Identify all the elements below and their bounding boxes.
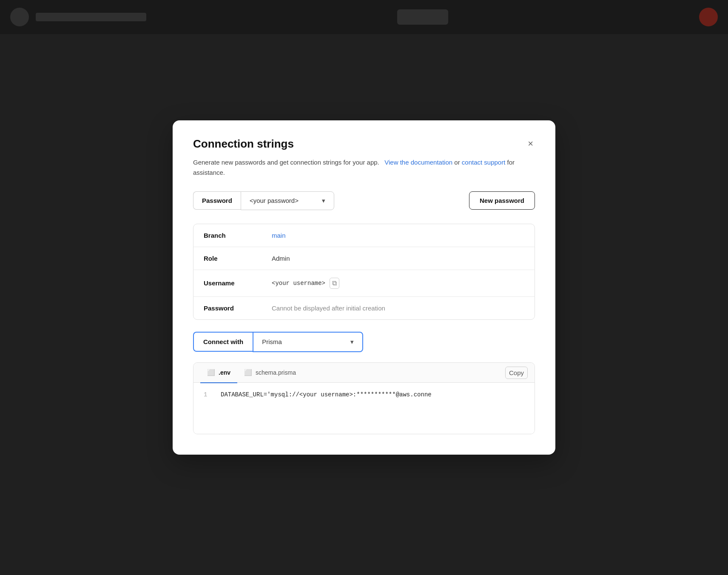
modal-header: Connection strings ×	[193, 137, 535, 151]
info-value-role: Admin	[272, 255, 290, 262]
tab-env[interactable]: ⬜ .env	[200, 363, 237, 383]
info-key-branch: Branch	[204, 232, 272, 239]
info-key-username: Username	[204, 279, 272, 287]
modal: Connection strings × Generate new passwo…	[173, 120, 555, 455]
file-icon: ⬜	[207, 369, 215, 376]
info-key-role: Role	[204, 255, 272, 262]
file-icon: ⬜	[244, 369, 252, 376]
connect-row: Connect with Prisma ▾	[193, 332, 535, 352]
tab-env-label: .env	[219, 369, 230, 376]
info-row-username: Username <your username> ⧉	[193, 270, 535, 297]
chevron-down-icon: ▾	[322, 197, 325, 205]
password-placeholder: <your password>	[250, 197, 299, 204]
connect-with-label: Connect with	[193, 332, 253, 352]
tab-schema-label: schema.prisma	[256, 369, 296, 376]
code-tabs: ⬜ .env ⬜ schema.prisma Copy	[193, 363, 535, 383]
password-select[interactable]: <your password> ▾	[241, 191, 334, 210]
info-row-role: Role Admin	[193, 247, 535, 270]
connect-with-select[interactable]: Prisma ▾	[253, 332, 363, 352]
modal-description: Generate new passwords and get connectio…	[193, 157, 535, 178]
code-line-number: 1	[204, 391, 212, 425]
tab-schema-prisma[interactable]: ⬜ schema.prisma	[237, 363, 303, 383]
info-value-password: Cannot be displayed after initial creati…	[272, 305, 385, 312]
close-button[interactable]: ×	[526, 137, 535, 150]
description-text-1: Generate new passwords and get connectio…	[193, 159, 379, 166]
password-row: Password <your password> ▾ New password	[193, 191, 535, 210]
contact-support-link[interactable]: contact support	[462, 159, 506, 166]
info-key-password: Password	[204, 305, 272, 312]
modal-overlay: Connection strings × Generate new passwo…	[0, 0, 728, 575]
info-value-username: <your username>	[272, 280, 325, 287]
copy-username-button[interactable]: ⧉	[330, 278, 339, 289]
view-docs-link[interactable]: View the documentation	[384, 159, 452, 166]
password-label: Password	[193, 191, 241, 210]
info-row-password: Password Cannot be displayed after initi…	[193, 297, 535, 319]
code-line-content: DATABASE_URL='mysql://<your username>:**…	[221, 391, 432, 425]
info-table: Branch main Role Admin Username <your us…	[193, 224, 535, 320]
modal-title: Connection strings	[193, 137, 294, 151]
description-text-2: or	[454, 159, 462, 166]
connect-with-value: Prisma	[262, 338, 282, 345]
new-password-button[interactable]: New password	[469, 191, 535, 210]
code-body: 1 DATABASE_URL='mysql://<your username>:…	[193, 383, 535, 434]
info-row-branch: Branch main	[193, 224, 535, 247]
code-container: ⬜ .env ⬜ schema.prisma Copy 1 DATABASE_U…	[193, 362, 535, 435]
copy-code-button[interactable]: Copy	[505, 367, 528, 379]
info-value-branch[interactable]: main	[272, 232, 286, 239]
chevron-down-icon: ▾	[350, 338, 354, 346]
